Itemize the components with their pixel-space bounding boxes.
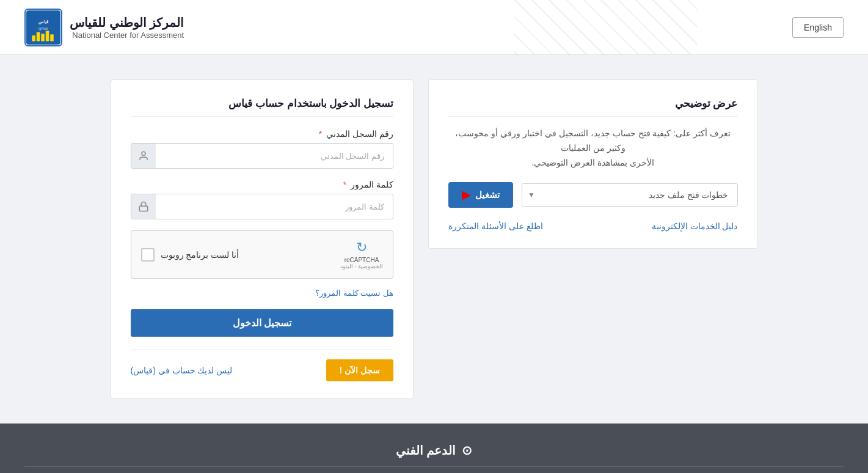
lock-icon — [131, 194, 156, 219]
guide-link[interactable]: دليل الخدمات الإلكترونية — [652, 221, 738, 231]
youtube-play-icon: ▶ — [462, 188, 470, 202]
svg-rect-7 — [50, 34, 54, 41]
recaptcha-sub: الخصوصية - البنود — [340, 263, 383, 270]
logo-english-name: National Center for Assessment — [70, 31, 184, 40]
logo-area: المركز الوطني للقياس National Center for… — [24, 9, 184, 46]
svg-rect-6 — [46, 31, 49, 41]
svg-point-8 — [142, 152, 145, 155]
demo-description: تعرف أكثر على: كيفية فتح حساب جديد، التس… — [448, 127, 738, 170]
svg-rect-4 — [37, 32, 40, 41]
register-section: سجل الآن ! ليس لديك حساب في (قياس) — [131, 349, 393, 381]
recaptcha-label: reCAPTCHA — [345, 257, 379, 263]
captcha-right: أنا لست برنامج روبوت — [141, 248, 239, 262]
captcha-widget: ↻ reCAPTCHA الخصوصية - البنود أنا لست بر… — [131, 230, 393, 279]
demo-btn-row: تشغيل ▶ خطوات فتح ملف جديد ▼ — [448, 182, 738, 208]
id-label: رقم السجل المدني * — [131, 129, 393, 139]
svg-rect-9 — [139, 206, 148, 211]
demo-card: عرض توضيحي تعرف أكثر على: كيفية فتح حساب… — [428, 79, 758, 249]
register-now-button[interactable]: سجل الآن ! — [326, 359, 393, 381]
person-icon — [131, 144, 156, 168]
id-input-wrapper — [131, 143, 393, 169]
support-icon: ⊙ — [462, 443, 472, 458]
captcha-logo: ↻ reCAPTCHA الخصوصية - البنود — [340, 240, 383, 270]
no-account-link[interactable]: ليس لديك حساب في (قياس) — [131, 365, 233, 375]
logo-icon: قياس QIYAS — [24, 9, 62, 46]
captcha-checkbox[interactable] — [141, 248, 155, 262]
video-dropdown[interactable]: خطوات فتح ملف جديد — [522, 183, 738, 207]
password-input-wrapper — [131, 194, 393, 219]
header: English المركز الوطني للقياس National Ce… — [0, 0, 868, 55]
play-button[interactable]: تشغيل ▶ — [448, 182, 513, 208]
faq-link[interactable]: اطلع على الأسئلة المتكررة — [448, 221, 543, 231]
id-form-group: رقم السجل المدني * — [131, 129, 393, 169]
footer: ⊙ الدعم الفني في حال واجهتك مشكلة تقنية … — [0, 424, 868, 473]
login-card-title: تسجيل الدخول باستخدام حساب قياس — [131, 97, 393, 117]
forgot-password-link[interactable]: هل نسيت كلمة المرور؟ — [315, 288, 393, 298]
login-card: تسجيل الدخول باستخدام حساب قياس رقم السج… — [111, 79, 414, 399]
captcha-label-text: أنا لست برنامج روبوت — [161, 250, 239, 260]
svg-text:QIYAS: QIYAS — [38, 26, 48, 30]
demo-links: دليل الخدمات الإلكترونية اطلع على الأسئل… — [448, 221, 738, 231]
svg-rect-3 — [32, 35, 35, 41]
logo-arabic-name: المركز الوطني للقياس — [70, 15, 184, 31]
password-input[interactable] — [156, 196, 393, 218]
login-button[interactable]: تسجيل الدخول — [131, 309, 393, 337]
recaptcha-refresh-icon: ↻ — [356, 240, 367, 255]
no-account-text: ليس لديك حساب في (قياس) — [131, 365, 233, 375]
forgot-password-link-wrapper: هل نسيت كلمة المرور؟ — [131, 287, 393, 298]
password-form-group: كلمة المرور * — [131, 180, 393, 219]
demo-card-title: عرض توضيحي — [448, 97, 738, 117]
svg-text:قياس: قياس — [38, 18, 49, 24]
video-select-wrapper: خطوات فتح ملف جديد ▼ — [522, 183, 738, 207]
footer-divider — [24, 466, 844, 467]
language-toggle-button[interactable]: English — [792, 17, 844, 38]
main-content: تسجيل الدخول باستخدام حساب قياس رقم السج… — [98, 79, 770, 399]
password-label: كلمة المرور * — [131, 180, 393, 189]
id-input[interactable] — [156, 145, 393, 167]
footer-title: ⊙ الدعم الفني — [24, 443, 844, 458]
logo-text: المركز الوطني للقياس National Center for… — [70, 15, 184, 40]
svg-rect-5 — [41, 34, 45, 41]
